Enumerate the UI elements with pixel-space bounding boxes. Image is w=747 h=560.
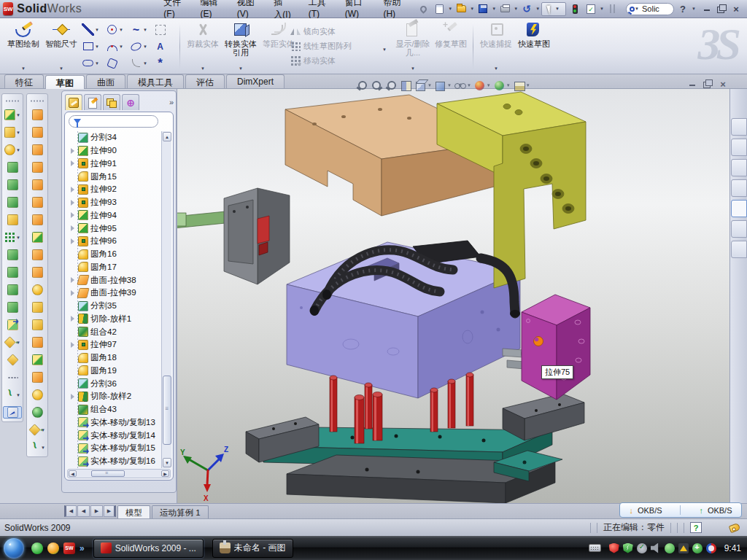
hscrollbar-thumb[interactable] xyxy=(91,470,125,477)
tool-button[interactable] xyxy=(28,109,47,121)
feature-tree-item[interactable]: 拉伸92 xyxy=(66,183,160,196)
ribbon-tab[interactable]: 草图 xyxy=(45,75,85,89)
minimize-button[interactable] xyxy=(702,4,712,14)
sketch-entity-button[interactable]: ▼ xyxy=(128,55,152,71)
tool-button[interactable] xyxy=(28,126,47,139)
tool-button[interactable] xyxy=(3,301,22,314)
expand-arrow-icon[interactable] xyxy=(69,186,76,192)
panel-overflow-chevron[interactable]: » xyxy=(169,98,173,106)
display-style-icon[interactable]: ▼ xyxy=(434,79,452,92)
sketch-entity-button[interactable]: ▼ xyxy=(128,21,152,38)
tool-button[interactable]: ▼ xyxy=(28,441,47,454)
tool-button[interactable] xyxy=(3,214,22,226)
scroll-up-button[interactable]: ▲ xyxy=(163,132,171,141)
taskpane-file-explorer-tab[interactable] xyxy=(731,159,747,176)
taskpane-custom-properties-tab[interactable] xyxy=(731,241,747,258)
taskpane-resources-tab[interactable] xyxy=(731,118,747,136)
tool-button[interactable] xyxy=(28,179,47,191)
tool-button[interactable] xyxy=(28,249,47,261)
taskpane-view-palette-tab[interactable] xyxy=(731,200,747,217)
status-tag-icon[interactable] xyxy=(729,522,741,532)
tool-button[interactable] xyxy=(3,196,22,209)
taskpane-design-library-tab[interactable] xyxy=(731,139,747,156)
scrollbar-thumb[interactable] xyxy=(163,376,171,445)
undo-button[interactable]: ↺ xyxy=(519,2,534,16)
sketch-entity-button[interactable]: ▼ xyxy=(128,38,152,55)
tree-filter-field[interactable] xyxy=(69,115,158,128)
feature-tree-item[interactable]: 圆角19 xyxy=(66,365,160,378)
tool-button[interactable] xyxy=(28,301,47,314)
trim-entities-button[interactable]: 剪裁实体 ▼ xyxy=(184,21,222,72)
view-settings-icon[interactable]: ▼ xyxy=(513,79,530,92)
security-suite-icon[interactable] xyxy=(47,542,59,554)
tool-button[interactable] xyxy=(28,231,47,244)
expand-arrow-icon[interactable] xyxy=(69,199,76,206)
feature-tree-item[interactable]: 曲面-拉伸39 xyxy=(66,287,160,300)
dimxpertmanager-tab[interactable]: ⊕ xyxy=(122,94,139,110)
tool-button[interactable] xyxy=(3,354,22,366)
expand-arrow-icon[interactable] xyxy=(69,277,76,284)
next-tab-button[interactable]: ▶ xyxy=(90,505,103,517)
tree-vertical-scrollbar[interactable]: ▲ ▼ xyxy=(161,131,171,468)
options-checklist-button[interactable]: ✓ xyxy=(584,2,598,16)
part-mold-block-lavender[interactable] xyxy=(287,242,520,398)
part-core-slider-gray[interactable] xyxy=(177,188,290,284)
tool-button[interactable] xyxy=(28,354,47,366)
zoom-to-area-icon[interactable] xyxy=(371,79,383,92)
tool-button[interactable] xyxy=(28,144,47,156)
prev-tab-button[interactable]: ◀ xyxy=(77,505,90,517)
doc-close-button[interactable]: × xyxy=(718,79,728,89)
feature-tree-item[interactable]: 组合42 xyxy=(66,325,160,338)
solidworks-shortcut-icon[interactable]: SW xyxy=(63,542,75,554)
sketch-entity-button[interactable] xyxy=(104,55,128,71)
tool-button[interactable] xyxy=(3,161,22,174)
tool-button[interactable]: ▼ xyxy=(3,144,22,156)
sketch-entity-button[interactable]: ▼ xyxy=(104,21,128,38)
feature-tree-item[interactable]: 实体-移动/复制15 xyxy=(66,442,160,455)
feature-tree-item[interactable]: 圆角18 xyxy=(66,351,160,365)
configurationmanager-tab[interactable] xyxy=(103,94,120,110)
scroll-left-button[interactable]: ◀ xyxy=(69,470,77,477)
sketch-entity-button[interactable] xyxy=(152,21,177,38)
help-button[interactable]: ? xyxy=(676,2,690,16)
tray-icon[interactable] xyxy=(651,543,661,553)
expand-arrow-icon[interactable] xyxy=(69,212,76,219)
tool-button[interactable] xyxy=(28,214,47,226)
quick-snaps-button[interactable]: 快速捕捉 ▼ xyxy=(477,21,515,72)
print-button[interactable] xyxy=(498,2,512,16)
sketch-entity-button[interactable]: ▼ xyxy=(80,21,104,38)
feature-tree-item[interactable]: 分割34 xyxy=(66,131,160,144)
tool-button[interactable] xyxy=(3,266,22,279)
feature-tree-item[interactable]: 分割36 xyxy=(66,377,160,390)
tool-button[interactable] xyxy=(28,336,47,349)
view-orientation-icon[interactable]: ▼ xyxy=(414,79,432,92)
part-base-assembly[interactable] xyxy=(246,394,584,503)
messenger-icon[interactable] xyxy=(31,542,43,554)
expand-arrow-icon[interactable] xyxy=(69,289,76,296)
ribbon-tab[interactable]: 特征 xyxy=(4,74,44,88)
feature-tree-item[interactable]: 拉伸96 xyxy=(66,235,160,248)
feature-tree-item[interactable]: 实体-移动/复制17 xyxy=(66,468,160,469)
first-tab-button[interactable]: ◀ xyxy=(64,505,77,517)
tool-button[interactable] xyxy=(28,319,47,331)
feature-tree-item[interactable]: 圆角15 xyxy=(66,170,160,183)
open-button[interactable] xyxy=(454,2,468,16)
close-button[interactable]: × xyxy=(731,4,741,14)
input-method-keyboard-icon[interactable] xyxy=(589,544,601,552)
expand-arrow-icon[interactable] xyxy=(69,147,76,154)
expand-arrow-icon[interactable] xyxy=(69,393,76,400)
feature-tree-item[interactable]: 切除-放样1 xyxy=(66,313,160,326)
repair-sketch-button[interactable]: 修复草图 xyxy=(432,21,470,72)
sketch-entity-button[interactable]: ▼ xyxy=(80,38,104,55)
tray-icon[interactable] xyxy=(692,543,703,553)
display-delete-relations-button[interactable]: 显示/删除几... ▼ xyxy=(394,21,432,72)
doc-minimize-button[interactable] xyxy=(687,79,697,89)
new-document-button[interactable] xyxy=(432,2,446,16)
tool-button[interactable] xyxy=(28,196,47,209)
restore-button[interactable] xyxy=(716,4,727,14)
feature-tree-item[interactable]: 拉伸97 xyxy=(66,338,160,351)
sketch-entity-button[interactable] xyxy=(152,55,177,71)
search-box[interactable]: ▼ Solic xyxy=(626,3,674,15)
hide-show-items-icon[interactable]: ▼ xyxy=(454,79,471,92)
tool-button[interactable] xyxy=(3,284,22,296)
